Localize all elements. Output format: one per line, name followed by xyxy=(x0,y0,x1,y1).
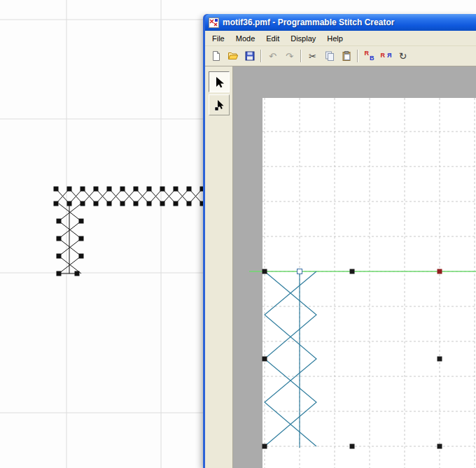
motif-stitch-point xyxy=(54,187,59,192)
undo-icon: ↶ xyxy=(269,52,276,61)
redo-icon: ↷ xyxy=(286,52,293,61)
motif-stitch-point xyxy=(147,201,152,206)
motif-stitch-line xyxy=(59,204,81,274)
new-button[interactable] xyxy=(208,48,224,64)
motif-stitch-point xyxy=(94,187,99,192)
tool-palette xyxy=(205,66,233,468)
stitch-editor-drawing[interactable] xyxy=(233,66,476,468)
motif-stitch-point xyxy=(107,187,112,192)
motif-stitch-point xyxy=(134,187,139,192)
motif-stitch-point xyxy=(187,187,192,192)
paste-clipboard-icon xyxy=(341,50,352,62)
rotate-refresh-icon: ↻ xyxy=(399,51,407,61)
motif-stitch-point xyxy=(57,271,62,276)
mirror-rr-icon: R Я xyxy=(381,50,392,62)
undo-button[interactable]: ↶ xyxy=(265,48,281,64)
mirror-button[interactable]: R Я xyxy=(378,48,394,64)
point-edit-tool-button[interactable] xyxy=(209,94,230,115)
stitch-edit-canvas[interactable] xyxy=(233,66,476,468)
title-bar[interactable]: motif36.pmf - Programmable Stitch Creato… xyxy=(205,14,476,31)
new-document-icon xyxy=(211,50,222,62)
motif-stitch-point xyxy=(107,201,112,206)
menu-display[interactable]: Display xyxy=(285,32,321,45)
selection-handle[interactable] xyxy=(438,269,442,274)
selection-handle[interactable] xyxy=(262,444,267,449)
point-edit-arrow-icon xyxy=(213,99,225,111)
motif-stitch-point xyxy=(187,201,192,206)
toolbar: ↶ ↷ ✂ R B xyxy=(205,46,476,66)
selection-handle[interactable] xyxy=(262,269,267,274)
motif-stitch-point xyxy=(94,201,99,206)
selection-handle[interactable] xyxy=(350,444,355,449)
motif-stitch-point xyxy=(134,201,139,206)
menu-mode[interactable]: Mode xyxy=(230,32,261,45)
menu-file[interactable]: File xyxy=(206,32,230,45)
motif-stitch-point xyxy=(79,236,84,241)
motif-stitch-point xyxy=(57,254,62,259)
motif-stitch-point xyxy=(57,236,62,241)
motif-stitch-point xyxy=(160,201,165,206)
paste-button[interactable] xyxy=(338,48,354,64)
selection-handle[interactable] xyxy=(438,444,442,449)
redo-button[interactable]: ↷ xyxy=(281,48,298,64)
stitch-order-rb-icon: R B xyxy=(364,50,375,62)
selected-point-handle[interactable] xyxy=(298,269,302,274)
selection-handle[interactable] xyxy=(350,269,355,274)
rotate-button[interactable]: ↻ xyxy=(395,48,411,64)
stitch-order-button[interactable]: R B xyxy=(361,48,377,64)
menu-help[interactable]: Help xyxy=(321,32,349,45)
window-title: motif36.pmf - Programmable Stitch Creato… xyxy=(223,17,394,27)
open-button[interactable] xyxy=(225,48,241,64)
copy-button[interactable] xyxy=(321,48,337,64)
motif-stitch-point xyxy=(75,271,80,276)
select-tool-button[interactable] xyxy=(209,71,230,92)
motif-stitch-point xyxy=(67,187,72,192)
window-content xyxy=(205,66,476,468)
save-floppy-icon xyxy=(244,50,255,62)
copy-icon xyxy=(324,50,335,62)
motif-stitch-point xyxy=(57,219,62,224)
app-icon[interactable] xyxy=(209,17,219,28)
selection-handle[interactable] xyxy=(438,357,442,362)
motif-stitch-point xyxy=(147,187,152,192)
motif-stitch-point xyxy=(80,201,85,206)
toolbar-separator xyxy=(260,50,262,62)
motif-stitch-point xyxy=(174,201,178,206)
cut-button[interactable]: ✂ xyxy=(304,48,321,64)
select-arrow-icon xyxy=(213,76,225,88)
selection-handle[interactable] xyxy=(262,357,267,362)
toolbar-separator xyxy=(300,50,302,62)
motif-stitch-point xyxy=(54,201,59,206)
menu-bar: File Mode Edit Display Help xyxy=(205,31,476,46)
motif-stitch-point xyxy=(79,254,84,259)
motif-stitch-point xyxy=(120,187,125,192)
motif-stitch-point xyxy=(174,187,178,192)
motif-stitch-line xyxy=(56,189,202,204)
motif-stitch-point xyxy=(160,187,165,192)
menu-edit[interactable]: Edit xyxy=(260,32,285,45)
save-button[interactable] xyxy=(241,48,258,64)
app-window: motif36.pmf - Programmable Stitch Creato… xyxy=(203,14,476,468)
motif-stitch-point xyxy=(80,187,85,192)
motif-stitch-point xyxy=(79,219,84,224)
motif-stitch-point xyxy=(120,201,125,206)
cut-scissors-icon: ✂ xyxy=(309,52,316,61)
motif-stitch-point xyxy=(67,201,72,206)
motif-stitch-line xyxy=(59,204,81,274)
toolbar-separator xyxy=(357,50,358,62)
open-folder-icon xyxy=(227,50,239,62)
